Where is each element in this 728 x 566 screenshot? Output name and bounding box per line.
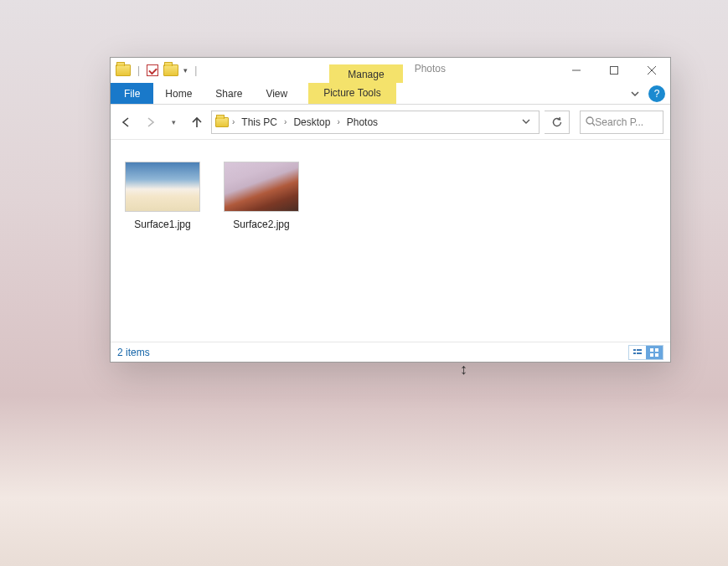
tab-view[interactable]: View (254, 83, 299, 104)
quick-access-toolbar: | ▾ | (111, 58, 204, 83)
close-button[interactable] (632, 58, 670, 83)
search-input[interactable] (595, 116, 658, 128)
item-count: 2 items (117, 347, 150, 358)
file-item[interactable]: Surface1.jpg (122, 162, 203, 230)
window-controls (557, 58, 670, 83)
manage-tab-header[interactable]: Manage (329, 64, 402, 83)
window-title: Photos (403, 58, 454, 83)
properties-icon[interactable] (147, 64, 158, 76)
svg-rect-1 (610, 67, 617, 75)
address-bar[interactable]: › This PC › Desktop › Photos (211, 111, 540, 134)
contextual-tab-group: Manage (204, 58, 402, 83)
file-thumbnail (125, 162, 200, 212)
file-item[interactable]: Surface2.jpg (221, 162, 302, 230)
svg-rect-11 (650, 348, 653, 352)
qat-dropdown-icon[interactable]: ▾ (183, 66, 188, 75)
svg-rect-8 (637, 349, 642, 351)
svg-rect-9 (633, 352, 636, 354)
title-bar: | ▾ | Manage Photos (111, 58, 670, 83)
file-name-label: Surface1.jpg (134, 219, 190, 230)
search-box[interactable] (580, 111, 663, 134)
svg-rect-10 (637, 352, 642, 354)
tab-picture-tools[interactable]: Picture Tools (308, 83, 395, 104)
address-dropdown-icon[interactable] (517, 113, 535, 131)
folder-icon (215, 117, 229, 127)
svg-rect-12 (655, 348, 658, 352)
status-bar: 2 items (111, 342, 670, 362)
content-pane[interactable]: Surface1.jpgSurface2.jpg (111, 140, 670, 342)
file-explorer-window: | ▾ | Manage Photos File Home Share View (110, 57, 671, 363)
breadcrumb-photos[interactable]: Photos (343, 115, 381, 130)
up-button[interactable] (188, 111, 206, 134)
details-view-button[interactable] (629, 346, 646, 359)
tab-home[interactable]: Home (153, 83, 204, 104)
recent-locations-dropdown[interactable]: ▾ (164, 111, 183, 134)
view-toggle (628, 345, 663, 360)
navigation-bar: ▾ › This PC › Desktop › Photos (111, 105, 670, 140)
tab-share[interactable]: Share (204, 83, 254, 104)
separator: | (137, 64, 140, 76)
forward-button[interactable] (141, 111, 159, 134)
ribbon: File Home Share View Picture Tools ? (111, 83, 670, 105)
refresh-button[interactable] (545, 111, 570, 134)
resize-cursor-icon: ↕ (460, 361, 467, 378)
svg-rect-13 (650, 353, 653, 357)
collapse-ribbon-icon[interactable] (623, 83, 647, 104)
help-icon[interactable]: ? (648, 85, 665, 102)
chevron-right-icon[interactable]: › (282, 117, 288, 126)
back-button[interactable] (117, 111, 136, 134)
maximize-button[interactable] (595, 58, 632, 83)
minimize-button[interactable] (557, 58, 595, 83)
chevron-right-icon[interactable]: › (335, 117, 341, 126)
breadcrumb-desktop[interactable]: Desktop (290, 115, 333, 130)
breadcrumb-this-pc[interactable]: This PC (238, 115, 281, 130)
new-folder-icon[interactable] (163, 64, 178, 76)
svg-rect-14 (655, 353, 658, 357)
file-name-label: Surface2.jpg (233, 219, 289, 230)
svg-point-5 (586, 117, 593, 124)
file-thumbnail (224, 162, 299, 212)
thumbnails-view-button[interactable] (646, 346, 663, 359)
file-tab[interactable]: File (111, 83, 153, 104)
svg-rect-7 (633, 349, 636, 351)
chevron-right-icon[interactable]: › (230, 117, 236, 126)
separator: | (194, 64, 197, 76)
search-icon (586, 116, 595, 127)
folder-icon (116, 64, 131, 76)
